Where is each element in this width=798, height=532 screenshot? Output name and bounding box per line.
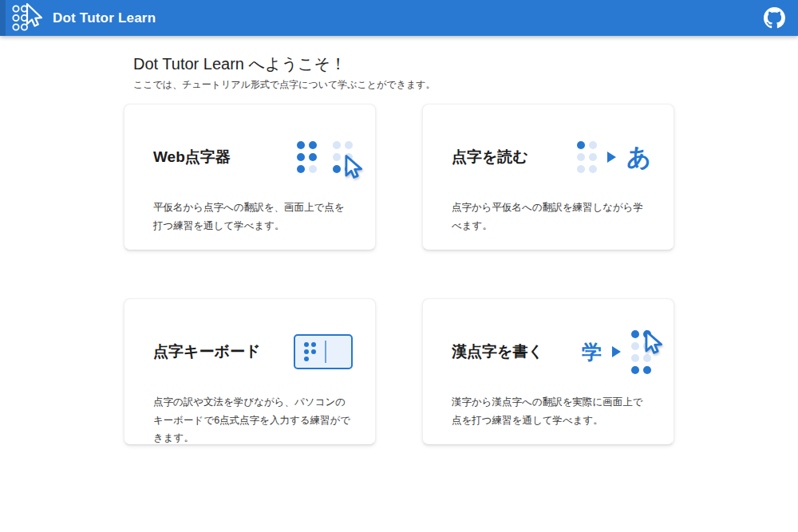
braille-dot-filled — [643, 366, 651, 374]
main-content: Dot Tutor Learn へようこそ！ ここでは、チュートリアル形式で点字… — [124, 36, 674, 445]
app-header: Dot Tutor Learn — [0, 0, 798, 36]
braille-dot-empty — [333, 141, 341, 149]
page-title: Dot Tutor Learn へようこそ！ — [133, 53, 674, 75]
github-icon[interactable] — [763, 7, 785, 30]
card-read-braille[interactable]: 点字を読む あ 点字から平仮名への翻訳を練習しながら学べます。 — [422, 104, 674, 250]
braille-dot-empty — [631, 354, 639, 362]
braille-dot-empty — [589, 141, 597, 149]
braille-dot-filled — [333, 165, 341, 173]
braille-cell-8dot — [631, 330, 651, 374]
braille-dot-filled — [309, 141, 317, 149]
braille-dot-empty — [577, 165, 585, 173]
hiragana-char: あ — [626, 145, 651, 169]
braille-dot-filled — [643, 330, 651, 338]
braille-dot-filled — [297, 141, 305, 149]
braille-cells-with-cursor-icon — [297, 141, 353, 173]
card-title: 点字を読む — [452, 147, 528, 167]
braille-dot-empty — [345, 153, 353, 161]
card-title: 点字キーボード — [153, 341, 260, 362]
braille-dot-filled — [304, 342, 309, 347]
card-header-row: 漢点字を書く 学 — [452, 320, 651, 384]
card-header-row: 点字キーボード — [153, 320, 353, 384]
braille-dot-empty — [589, 153, 597, 161]
tutorial-card-grid: Web点字器 平仮名から点字への翻訳を、画面上で点を打つ練習を通して学べます。 … — [124, 104, 674, 445]
card-description: 点字から平仮名への翻訳を練習しながら学べます。 — [452, 199, 651, 234]
braille-to-hiragana-icon: あ — [577, 141, 651, 173]
card-description: 漢字から漢点字への翻訳を実際に画面上で点を打つ練習を通して学べます。 — [452, 393, 651, 429]
card-title: Web点字器 — [153, 147, 231, 167]
brand-home-link[interactable]: Dot Tutor Learn — [11, 3, 156, 33]
card-title: 漢点字を書く — [452, 341, 543, 362]
braille-cell — [577, 141, 597, 173]
text-caret-icon — [325, 341, 326, 363]
braille-dot-empty — [643, 342, 651, 350]
braille-dot-filled — [631, 366, 639, 374]
braille-cell — [297, 141, 317, 173]
braille-dot-empty — [311, 357, 316, 361]
card-header-row: Web点字器 — [153, 125, 353, 189]
braille-dot-filled — [311, 349, 316, 354]
braille-dot-empty — [309, 165, 317, 173]
welcome-section: Dot Tutor Learn へようこそ！ ここでは、チュートリアル形式で点字… — [133, 53, 674, 92]
braille-dot-filled — [309, 153, 317, 161]
braille-dot-empty — [643, 354, 651, 362]
arrow-right-icon — [612, 346, 621, 357]
braille-dot-filled — [345, 165, 353, 173]
braille-dot-filled — [577, 141, 585, 149]
braille-cell — [304, 342, 316, 361]
card-braille-keyboard[interactable]: 点字キーボード 点字の訳や文法を学びながら、パソコンのキーボードで6点式点字を入… — [124, 298, 376, 445]
braille-keyboard-input-icon — [294, 334, 353, 369]
card-header-row: 点字を読む あ — [452, 125, 651, 189]
card-description: 点字の訳や文法を学びながら、パソコンのキーボードで6点式点字を入力する練習ができ… — [153, 393, 353, 447]
kanji-to-braille-cursor-icon: 学 — [582, 330, 651, 374]
input-field-icon — [294, 334, 353, 369]
app-title: Dot Tutor Learn — [53, 10, 156, 26]
card-write-kanji-braille[interactable]: 漢点字を書く 学 漢字から漢点字への翻訳を実際に画面上で点を打つ練習を通して学べ… — [422, 298, 674, 445]
kanji-char: 学 — [582, 342, 602, 362]
braille-dot-filled — [297, 153, 305, 161]
braille-dot-empty — [333, 153, 341, 161]
braille-dot-empty — [345, 141, 353, 149]
app-logo-icon — [11, 3, 43, 33]
braille-dot-filled — [631, 330, 639, 338]
braille-dot-empty — [577, 153, 585, 161]
braille-dot-filled — [304, 357, 309, 361]
braille-dot-filled — [297, 165, 305, 173]
card-description: 平仮名から点字への翻訳を、画面上で点を打つ練習を通して学べます。 — [153, 199, 353, 234]
page-subtitle: ここでは、チュートリアル形式で点字について学ぶことができます。 — [133, 78, 674, 92]
braille-dot-empty — [589, 165, 597, 173]
braille-cell — [333, 141, 353, 173]
braille-dot-filled — [311, 342, 316, 347]
braille-dot-empty — [631, 342, 639, 350]
card-web-brailler[interactable]: Web点字器 平仮名から点字への翻訳を、画面上で点を打つ練習を通して学べます。 — [124, 104, 376, 250]
arrow-right-icon — [607, 152, 616, 163]
braille-dot-filled — [304, 349, 309, 354]
